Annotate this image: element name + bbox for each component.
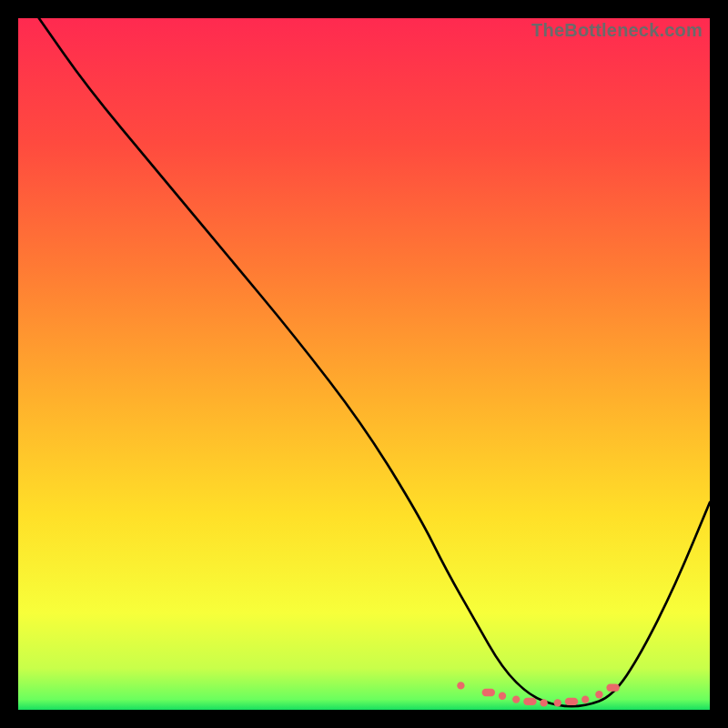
chart-frame: TheBottleneck.com [0,0,728,728]
plot-background-gradient [18,18,710,710]
watermark-text: TheBottleneck.com [531,20,703,41]
plot-area: TheBottleneck.com [18,18,710,710]
svg-rect-0 [18,18,710,710]
